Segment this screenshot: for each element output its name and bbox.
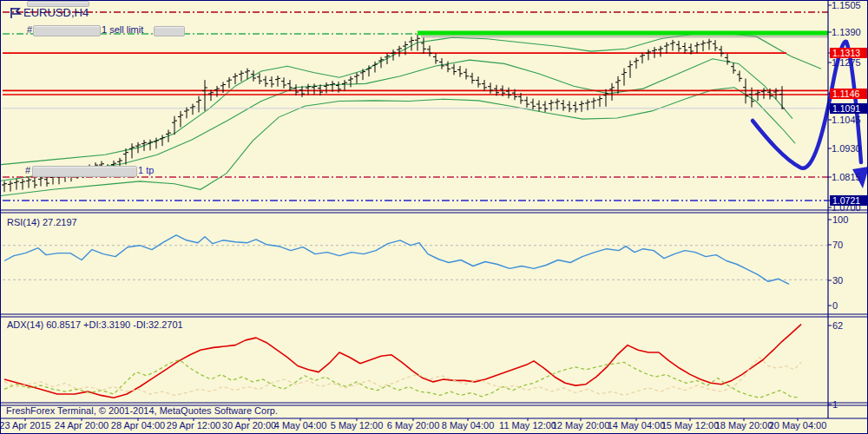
- ohlc-bar: [160, 135, 165, 147]
- ohlc-bar: [670, 40, 675, 51]
- adx-axis-label: 1: [832, 399, 838, 410]
- ohlc-bar: [439, 58, 444, 69]
- order-id-hash: #: [27, 24, 32, 35]
- ohlc-bar: [166, 130, 171, 142]
- date-axis-label: 6 May 20:00: [387, 420, 440, 431]
- ohlc-bar: [761, 88, 766, 99]
- ohlc-bar: [621, 69, 627, 86]
- ohlc-bar: [190, 104, 195, 115]
- ohlc-bar: [293, 84, 299, 95]
- ohlc-bar: [779, 86, 785, 109]
- price-value-badge: 1.1091: [830, 103, 867, 114]
- date-axis-label: 29 Apr 12:00: [167, 420, 220, 431]
- ohlc-bar: [561, 100, 566, 111]
- ohlc-bar: [141, 140, 147, 151]
- adx-indicator-label: ADX(14) 60.8517 +DI:3.3190 -DI:32.2701: [7, 319, 183, 330]
- adx-axis-label: 62: [832, 320, 843, 331]
- ohlc-bar: [208, 90, 214, 102]
- ohlc-bar: [579, 101, 584, 112]
- terminal-copyright: FreshForex Terminal, © 2001-2014, MetaQu…: [6, 405, 278, 416]
- ohlc-bar: [14, 179, 19, 190]
- date-axis-label: 8 May 04:00: [442, 420, 495, 431]
- redaction-blur: [27, 1, 89, 7]
- ohlc-bar: [676, 41, 681, 52]
- price-alert-badge: 1.1146: [830, 89, 867, 99]
- ohlc-bar: [184, 108, 189, 119]
- ohlc-bar: [129, 143, 135, 158]
- ohlc-bar: [707, 39, 712, 50]
- price-axis-label: 1.1275: [832, 57, 861, 68]
- date-axis-label: 18 May 20:00: [715, 420, 773, 431]
- ohlc-bar: [609, 83, 615, 101]
- ohlc-bar: [658, 46, 663, 57]
- date-axis-label: 20 May 04:00: [769, 420, 827, 431]
- date-axis-label: 14 May 04:00: [608, 420, 666, 431]
- ohlc-bar: [2, 181, 7, 193]
- adx-line: [4, 325, 801, 398]
- price-axis-label: 1.1390: [832, 27, 861, 37]
- ohlc-bar: [628, 61, 633, 78]
- ohlc-bar: [269, 76, 274, 88]
- ohlc-bar: [506, 88, 511, 99]
- chart-title: EURUSD,H4: [23, 6, 89, 19]
- rsi-indicator-label: RSI(14) 27.2197: [7, 217, 77, 227]
- ohlc-bar: [731, 62, 736, 74]
- ohlc-bar: [536, 101, 542, 112]
- ohlc-bar: [32, 177, 37, 188]
- sell-limit-label[interactable]: 1 sell limit: [102, 24, 143, 35]
- ohlc-bar: [737, 71, 742, 82]
- ohlc-bar: [542, 102, 548, 113]
- ohlc-bar: [299, 86, 305, 97]
- ohlc-bar: [227, 77, 232, 89]
- ohlc-bar: [664, 43, 669, 54]
- ohlc-bar: [488, 82, 493, 94]
- take-profit-label[interactable]: 1 tp: [138, 165, 154, 175]
- price-axis-label: 1.0930: [832, 143, 861, 154]
- ohlc-bar: [281, 77, 286, 89]
- chart-window: EURUSD,H4 # 1 sell limit # 1 tp RSI(14) …: [0, 0, 868, 434]
- ohlc-bar: [457, 66, 463, 77]
- date-axis-label: 28 Apr 04:00: [111, 420, 165, 431]
- ohlc-bar: [427, 46, 432, 57]
- tp-id-hash: #: [25, 165, 30, 175]
- ohlc-bar: [700, 41, 706, 52]
- ohlc-bar: [148, 140, 153, 151]
- date-axis-label: 4 May 04:00: [274, 420, 327, 431]
- ohlc-bar: [421, 37, 426, 54]
- date-axis-label: 11 May 12:00: [499, 420, 556, 431]
- ohlc-bar: [154, 138, 159, 149]
- ohlc-bar: [725, 54, 730, 65]
- ohlc-bar: [634, 58, 639, 69]
- ohlc-bar: [306, 84, 311, 95]
- ohlc-bar: [233, 73, 238, 84]
- ohlc-bar: [312, 83, 317, 95]
- price-axis-label: 1.1505: [832, 0, 861, 10]
- date-axis-label: 30 Apr 20:00: [222, 420, 276, 431]
- price-axis-label: 1.1045: [832, 115, 861, 125]
- rsi-axis-label: 100: [832, 214, 848, 225]
- ohlc-bar: [573, 102, 578, 113]
- ohlc-bar: [713, 40, 718, 51]
- date-axis-label: 5 May 12:00: [331, 420, 384, 431]
- ohlc-bar: [196, 96, 201, 113]
- chart-icon: [10, 7, 23, 19]
- di-plus-line: [4, 360, 799, 398]
- ohlc-bar: [470, 73, 475, 84]
- chart-canvas[interactable]: [1, 1, 868, 434]
- ohlc-bar: [549, 100, 554, 111]
- ohlc-bar: [603, 89, 608, 107]
- ohlc-bar: [275, 76, 280, 87]
- ohlc-bar: [20, 179, 25, 190]
- price-axis-label: 1.0700: [832, 202, 861, 213]
- price-axis-label: 1.0815: [832, 172, 861, 182]
- date-axis-label: 23 Apr 2015: [0, 420, 51, 431]
- ohlc-bar: [433, 53, 438, 64]
- ohlc-bar: [476, 76, 481, 88]
- ohlc-bar: [202, 80, 207, 111]
- ohlc-bar: [591, 98, 596, 109]
- ohlc-bar: [391, 49, 396, 61]
- ohlc-bar: [8, 181, 13, 192]
- rsi-line: [4, 235, 789, 285]
- ohlc-bar: [755, 90, 760, 102]
- ohlc-bar: [482, 80, 487, 91]
